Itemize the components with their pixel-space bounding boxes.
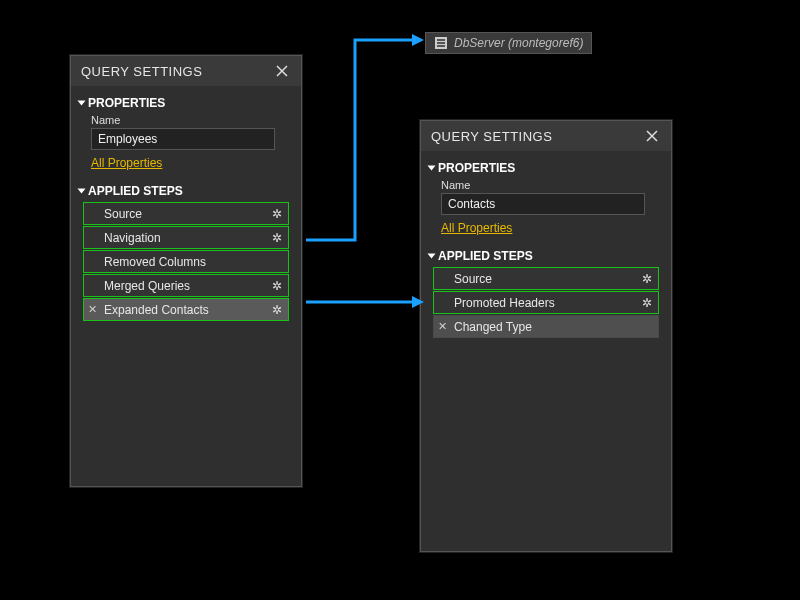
step-source[interactable]: Source ✲ [83, 202, 289, 225]
arrow-source-to-db [300, 30, 430, 250]
delete-step-icon[interactable]: ✕ [88, 303, 97, 316]
close-button[interactable] [643, 127, 661, 145]
svg-marker-4 [412, 34, 424, 46]
close-icon [276, 65, 288, 77]
name-input[interactable] [91, 128, 275, 150]
step-source[interactable]: Source ✲ [433, 267, 659, 290]
step-changed-type[interactable]: ✕ Changed Type [433, 315, 659, 338]
properties-header[interactable]: PROPERTIES [429, 161, 663, 175]
svg-rect-3 [437, 45, 445, 47]
gear-icon[interactable]: ✲ [272, 231, 282, 245]
name-label: Name [441, 179, 663, 191]
applied-steps-header[interactable]: APPLIED STEPS [429, 249, 663, 263]
all-properties-link[interactable]: All Properties [441, 221, 512, 235]
step-label: Merged Queries [104, 279, 272, 293]
caret-down-icon [78, 101, 86, 106]
step-label: Expanded Contacts [104, 303, 272, 317]
applied-steps-list-left: Source ✲ Navigation ✲ Removed Columns Me… [83, 202, 289, 321]
close-button[interactable] [273, 62, 291, 80]
db-server-label: DbServer (montegoref6) [454, 36, 583, 50]
step-removed-columns[interactable]: Removed Columns [83, 250, 289, 273]
close-icon [646, 130, 658, 142]
step-label: Promoted Headers [454, 296, 642, 310]
applied-steps-list-right: Source ✲ Promoted Headers ✲ ✕ Changed Ty… [433, 267, 659, 338]
svg-rect-2 [437, 42, 445, 44]
gear-icon[interactable]: ✲ [642, 272, 652, 286]
name-input[interactable] [441, 193, 645, 215]
applied-steps-header-label: APPLIED STEPS [438, 249, 533, 263]
caret-down-icon [428, 254, 436, 259]
step-expanded-contacts[interactable]: ✕ Expanded Contacts ✲ [83, 298, 289, 321]
properties-header[interactable]: PROPERTIES [79, 96, 293, 110]
properties-header-label: PROPERTIES [438, 161, 515, 175]
all-properties-link[interactable]: All Properties [91, 156, 162, 170]
arrow-merged-to-contacts [300, 292, 430, 312]
properties-header-label: PROPERTIES [88, 96, 165, 110]
panel-body: PROPERTIES Name All Properties APPLIED S… [71, 86, 301, 486]
gear-icon[interactable]: ✲ [272, 303, 282, 317]
query-settings-panel-right: QUERY SETTINGS PROPERTIES Name All Prope… [420, 120, 672, 552]
caret-down-icon [78, 189, 86, 194]
gear-icon[interactable]: ✲ [272, 207, 282, 221]
step-label: Removed Columns [104, 255, 282, 269]
gear-icon[interactable]: ✲ [272, 279, 282, 293]
svg-rect-1 [437, 39, 445, 41]
step-label: Navigation [104, 231, 272, 245]
panel-title: QUERY SETTINGS [431, 129, 552, 144]
step-promoted-headers[interactable]: Promoted Headers ✲ [433, 291, 659, 314]
applied-steps-header-label: APPLIED STEPS [88, 184, 183, 198]
panel-header: QUERY SETTINGS [71, 56, 301, 86]
name-label: Name [91, 114, 293, 126]
step-navigation[interactable]: Navigation ✲ [83, 226, 289, 249]
applied-steps-header[interactable]: APPLIED STEPS [79, 184, 293, 198]
panel-body: PROPERTIES Name All Properties APPLIED S… [421, 151, 671, 551]
db-server-tag[interactable]: DbServer (montegoref6) [425, 32, 592, 54]
database-icon [434, 36, 448, 50]
query-settings-panel-left: QUERY SETTINGS PROPERTIES Name All Prope… [70, 55, 302, 487]
step-merged-queries[interactable]: Merged Queries ✲ [83, 274, 289, 297]
panel-header: QUERY SETTINGS [421, 121, 671, 151]
step-label: Source [104, 207, 272, 221]
delete-step-icon[interactable]: ✕ [438, 320, 447, 333]
gear-icon[interactable]: ✲ [642, 296, 652, 310]
panel-title: QUERY SETTINGS [81, 64, 202, 79]
svg-marker-5 [412, 296, 424, 308]
step-label: Changed Type [454, 320, 652, 334]
step-label: Source [454, 272, 642, 286]
